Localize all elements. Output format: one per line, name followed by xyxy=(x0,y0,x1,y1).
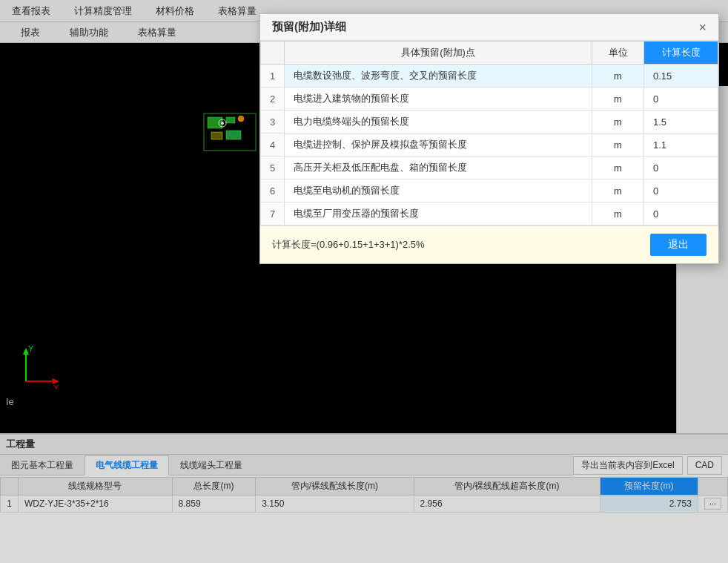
modal-row-num: 7 xyxy=(261,203,285,225)
modal-row-num: 1 xyxy=(261,65,285,88)
modal-title: 预留(附加)详细 xyxy=(272,20,346,34)
modal-row-value: 0.15 xyxy=(644,65,718,88)
modal-row-value: 0 xyxy=(644,180,718,203)
modal-dialog: 预留(附加)详细 × 具体预留(附加)点 单位 计算长度 1电缆数设弛度、波形弯… xyxy=(259,13,719,264)
modal-table-row: 3电力电缆终端头的预留长度m1.5 xyxy=(261,111,718,134)
modal-row-desc: 电缆进入建筑物的预留长度 xyxy=(285,88,592,111)
modal-row-unit: m xyxy=(592,111,644,134)
modal-table-row: 7电缆至厂用变压器的预留长度m0 xyxy=(261,203,718,225)
modal-row-num: 3 xyxy=(261,111,285,134)
modal-row-value: 1.1 xyxy=(644,134,718,157)
modal-row-num: 4 xyxy=(261,134,285,157)
modal-table-row: 1电缆数设弛度、波形弯度、交叉的预留长度m0.15 xyxy=(261,65,718,88)
modal-table-row: 4电缆进控制、保护屏及模拟盘等预留长度m1.1 xyxy=(261,134,718,157)
modal-table: 具体预留(附加)点 单位 计算长度 1电缆数设弛度、波形弯度、交叉的预留长度m0… xyxy=(260,41,718,225)
modal-row-unit: m xyxy=(592,65,644,88)
modal-row-desc: 电缆进控制、保护屏及模拟盘等预留长度 xyxy=(285,134,592,157)
modal-col-unit: 单位 xyxy=(592,42,644,65)
modal-header: 预留(附加)详细 × xyxy=(260,14,718,41)
modal-overlay: 预留(附加)详细 × 具体预留(附加)点 单位 计算长度 1电缆数设弛度、波形弯… xyxy=(0,0,728,563)
modal-col-num xyxy=(261,42,285,65)
modal-row-unit: m xyxy=(592,88,644,111)
modal-row-unit: m xyxy=(592,134,644,157)
modal-table-row: 2电缆进入建筑物的预留长度m0 xyxy=(261,88,718,111)
modal-row-num: 2 xyxy=(261,88,285,111)
modal-row-desc: 高压开关柜及低压配电盘、箱的预留长度 xyxy=(285,157,592,180)
modal-table-row: 5高压开关柜及低压配电盘、箱的预留长度m0 xyxy=(261,157,718,180)
exit-button[interactable]: 退出 xyxy=(650,234,707,256)
modal-row-unit: m xyxy=(592,180,644,203)
modal-close-button[interactable]: × xyxy=(698,21,707,34)
modal-row-desc: 电力电缆终端头的预留长度 xyxy=(285,111,592,134)
modal-row-desc: 电缆数设弛度、波形弯度、交叉的预留长度 xyxy=(285,65,592,88)
modal-row-value: 0 xyxy=(644,157,718,180)
modal-row-unit: m xyxy=(592,203,644,225)
modal-footer: 计算长度=(0.96+0.15+1+3+1)*2.5% 退出 xyxy=(260,225,718,263)
modal-row-num: 5 xyxy=(261,157,285,180)
modal-table-row: 6电缆至电动机的预留长度m0 xyxy=(261,180,718,203)
modal-row-desc: 电缆至电动机的预留长度 xyxy=(285,180,592,203)
modal-row-value: 0 xyxy=(644,88,718,111)
modal-row-num: 6 xyxy=(261,180,285,203)
modal-row-value: 0 xyxy=(644,203,718,225)
modal-row-unit: m xyxy=(592,157,644,180)
modal-col-desc: 具体预留(附加)点 xyxy=(285,42,592,65)
modal-row-desc: 电缆至厂用变压器的预留长度 xyxy=(285,203,592,225)
modal-col-length: 计算长度 xyxy=(644,42,718,65)
modal-row-value: 1.5 xyxy=(644,111,718,134)
formula-text: 计算长度=(0.96+0.15+1+3+1)*2.5% xyxy=(272,238,425,251)
